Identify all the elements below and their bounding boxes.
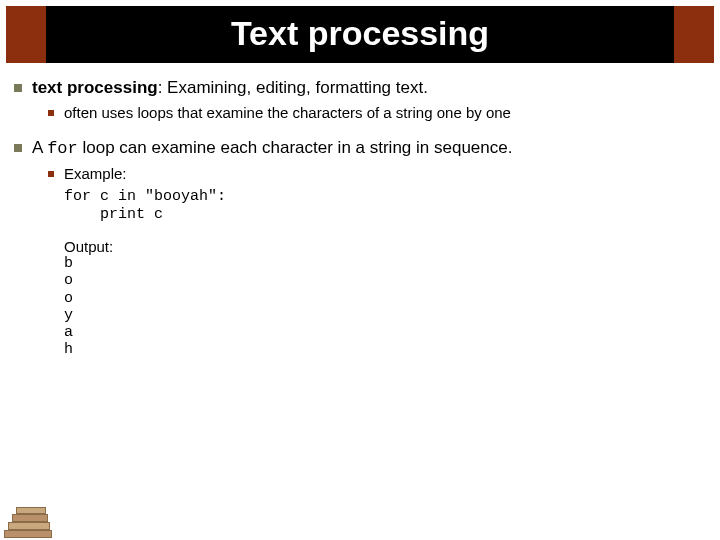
- bullet-marker-icon: [48, 110, 54, 116]
- definition-text: : Examining, editing, formatting text.: [158, 78, 428, 97]
- bullet-item: A for loop can examine each character in…: [12, 137, 708, 159]
- code-word: for: [47, 139, 78, 158]
- slide-title: Text processing: [6, 6, 714, 63]
- term-text: text processing: [32, 78, 158, 97]
- sub-bullet-item: often uses loops that examine the charac…: [46, 104, 708, 123]
- bullet-marker-icon: [14, 144, 22, 152]
- sub-bullet-text: Example:: [64, 165, 127, 184]
- prefix-text: A: [32, 138, 47, 157]
- output-label: Output:: [64, 238, 708, 255]
- bullet-text: text processing: Examining, editing, for…: [32, 77, 428, 98]
- slide-content: text processing: Examining, editing, for…: [0, 63, 720, 359]
- sub-bullet-text: often uses loops that examine the charac…: [64, 104, 511, 123]
- bullet-marker-icon: [48, 171, 54, 177]
- output-block: b o o y a h: [64, 255, 708, 359]
- sub-bullet-item: Example:: [46, 165, 708, 184]
- suffix-text: loop can examine each character in a str…: [78, 138, 513, 157]
- bullet-marker-icon: [14, 84, 22, 92]
- bullet-text: A for loop can examine each character in…: [32, 137, 512, 159]
- books-decoration-icon: [0, 498, 60, 540]
- code-block: for c in "booyah": print c: [64, 188, 708, 224]
- bullet-item: text processing: Examining, editing, for…: [12, 77, 708, 98]
